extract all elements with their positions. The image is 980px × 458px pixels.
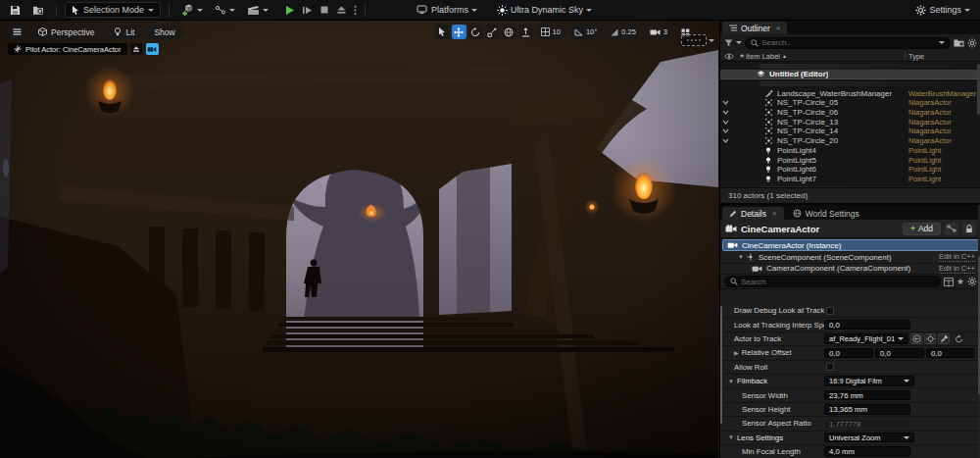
details-settings-gear-icon[interactable] xyxy=(967,277,977,286)
pin-column-icon[interactable]: ★ xyxy=(739,52,745,60)
actor-label[interactable]: NS_TP-Circle_14 xyxy=(777,127,838,135)
outliner-row[interactable]: NS_TP-Circle_06NiagaraActor xyxy=(720,108,980,118)
expand-triangle-icon[interactable]: ▶ xyxy=(734,349,739,356)
outliner-search-input[interactable] xyxy=(761,38,936,47)
show-dropdown[interactable]: Show xyxy=(146,25,182,39)
details-scrollbar[interactable] xyxy=(720,306,722,424)
move-tool-button[interactable] xyxy=(452,25,466,39)
collapse-triangle-icon[interactable]: ▼ xyxy=(728,379,734,384)
close-icon[interactable]: × xyxy=(776,24,781,32)
outliner-row[interactable]: NS_TP-Circle_05NiagaraActor xyxy=(720,98,980,108)
details-search-box[interactable] xyxy=(724,276,941,287)
outliner-row[interactable]: PointLight4PointLight xyxy=(720,146,980,156)
world-coordinate-button[interactable] xyxy=(502,25,516,39)
add-actor-dropdown[interactable] xyxy=(177,2,207,18)
value-field[interactable]: 4,0 mm xyxy=(824,446,910,457)
value-field[interactable]: 0,0 xyxy=(824,320,910,331)
content-browser-button[interactable] xyxy=(28,3,48,18)
vector-field[interactable]: 0,0 xyxy=(926,348,975,359)
perspective-dropdown[interactable]: Perspective xyxy=(30,25,102,39)
component-row-camera-component[interactable]: CameraComponent (CameraComponent) Edit i… xyxy=(720,264,980,276)
ultra-dynamic-sky-dropdown[interactable]: Ultra Dynamic Sky xyxy=(493,3,596,18)
browse-icon[interactable] xyxy=(910,333,922,344)
lock-details-button[interactable] xyxy=(962,223,976,235)
eyedropper-icon[interactable] xyxy=(938,333,950,344)
component-row-actor-instance[interactable]: CineCameraActor (Instance) xyxy=(722,239,979,251)
column-divider[interactable] xyxy=(905,52,906,60)
reset-to-default-icon[interactable] xyxy=(955,334,963,343)
add-component-button[interactable]: + Add xyxy=(903,223,941,235)
outliner-row[interactable]: PointLight7PointLight xyxy=(720,175,980,184)
vector-field[interactable]: 0,0 xyxy=(824,348,873,359)
actor-label[interactable]: PointLight4 xyxy=(777,146,816,155)
outliner-row[interactable]: NS_TP-Circle_14NiagaraActor xyxy=(720,127,980,136)
camera-preview-collapsed[interactable] xyxy=(681,34,714,46)
outliner-row-level[interactable]: Untitled (Editor) xyxy=(720,70,980,79)
scale-tool-button[interactable] xyxy=(485,25,500,39)
tab-details[interactable]: Details × xyxy=(722,207,784,220)
expand-chevron-icon[interactable] xyxy=(720,128,730,133)
skip-frame-button[interactable] xyxy=(302,5,313,16)
eject-button[interactable] xyxy=(336,5,347,15)
expand-chevron-icon[interactable] xyxy=(720,100,730,105)
display-filter-icon[interactable] xyxy=(944,278,954,286)
settings-dropdown[interactable]: Settings xyxy=(911,3,974,18)
outliner-settings-gear-icon[interactable] xyxy=(967,38,977,48)
pick-actor-icon[interactable] xyxy=(924,333,936,344)
viewport-scene[interactable] xyxy=(0,21,718,458)
actor-label[interactable]: PointLight7 xyxy=(777,175,816,183)
actor-label[interactable]: NS_TP-Circle_06 xyxy=(777,108,838,117)
vector-field[interactable]: 0,0 xyxy=(875,348,924,359)
outliner-row[interactable]: PointLight6PointLight xyxy=(720,165,980,175)
tab-world-settings[interactable]: World Settings xyxy=(786,207,866,220)
rotate-tool-button[interactable] xyxy=(468,25,483,39)
dropdown[interactable]: 16:9 Digital Film xyxy=(824,376,914,386)
platforms-dropdown[interactable]: Platforms xyxy=(413,3,481,17)
level-viewport[interactable]: Perspective Lit Show xyxy=(0,21,718,458)
play-button[interactable] xyxy=(284,5,295,16)
edit-in-cpp-link[interactable]: Edit in C++ xyxy=(939,264,975,274)
edit-in-cpp-link[interactable]: Edit in C++ xyxy=(939,252,975,262)
pilot-actor-label-pill[interactable]: Pilot Actor: CineCameraActor xyxy=(8,43,127,55)
actor-label[interactable]: Landscape_WaterBrushManager xyxy=(777,89,892,98)
surface-snapping-button[interactable] xyxy=(518,25,533,39)
selection-mode-dropdown[interactable]: Selection Mode xyxy=(65,2,161,18)
stop-button[interactable] xyxy=(319,5,329,15)
dropdown[interactable]: Universal Zoom xyxy=(824,433,914,443)
component-row-scene-component[interactable]: ▼ SceneComponent (SceneComponent) Edit i… xyxy=(720,252,980,264)
details-search-input[interactable] xyxy=(741,278,935,286)
checkbox[interactable] xyxy=(826,363,834,371)
blueprints-dropdown[interactable] xyxy=(211,3,239,18)
select-tool-button[interactable] xyxy=(435,25,450,39)
viewport-options-button[interactable] xyxy=(8,25,26,39)
expand-chevron-icon[interactable] xyxy=(720,110,730,115)
visibility-eye-icon[interactable] xyxy=(724,53,734,60)
cinematics-dropdown[interactable] xyxy=(243,3,272,18)
camera-speed-control[interactable]: 3 xyxy=(644,25,673,39)
grid-snap-control[interactable]: 10 xyxy=(535,25,566,39)
tab-outliner[interactable]: Outliner × xyxy=(722,22,787,34)
outliner-row[interactable]: NS_TP-Circle_13NiagaraActor xyxy=(720,117,980,127)
lit-dropdown[interactable]: Lit xyxy=(106,25,142,39)
stop-piloting-button[interactable] xyxy=(130,43,143,55)
expand-chevron-icon[interactable] xyxy=(720,138,730,143)
camera-view-toggle-button[interactable] xyxy=(146,43,159,55)
actor-label[interactable]: NS_TP-Circle_05 xyxy=(777,98,838,107)
more-options-icon[interactable] xyxy=(354,5,357,16)
save-button[interactable] xyxy=(6,3,24,18)
collapse-triangle-icon[interactable]: ▼ xyxy=(728,434,734,440)
outliner-row[interactable]: NS_TP-Circle_20NiagaraActor xyxy=(720,136,980,146)
actor-label[interactable]: NS_TP-Circle_20 xyxy=(777,136,838,145)
scale-snap-control[interactable]: 0.25 xyxy=(605,25,642,39)
dropdown[interactable]: af_Ready_Flight_01_Knocks xyxy=(824,333,908,344)
filter-icon[interactable] xyxy=(724,39,733,47)
favorites-star-icon[interactable]: ★ xyxy=(956,278,964,286)
column-item-label[interactable]: Item Label xyxy=(746,52,780,61)
actor-label[interactable]: NS_TP-Circle_13 xyxy=(777,118,838,127)
close-icon[interactable]: × xyxy=(772,209,777,218)
outliner-search-box[interactable] xyxy=(745,37,951,49)
checkbox[interactable] xyxy=(826,307,834,315)
outliner-row[interactable]: PointLight5PointLight xyxy=(720,155,980,165)
rotation-snap-control[interactable]: 10° xyxy=(568,25,603,39)
actor-label[interactable]: PointLight5 xyxy=(777,156,816,165)
